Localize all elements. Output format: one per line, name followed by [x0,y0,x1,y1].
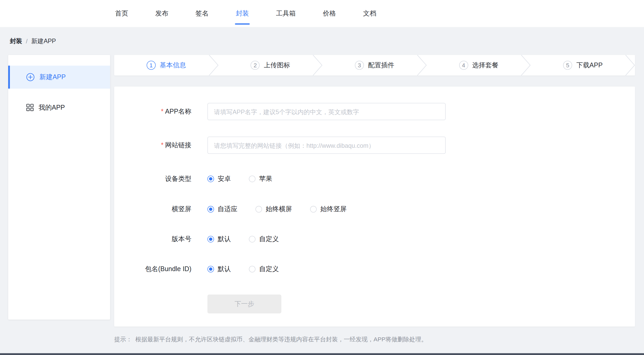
step-1-basic-info: 1 基本信息 [114,55,219,75]
breadcrumb-section[interactable]: 封装 [10,37,22,45]
radio-auto-orientation[interactable]: 自适应 [207,205,237,214]
field-label: *APP名称 [114,107,207,116]
sidebar-item-label: 新建APP [39,73,66,82]
step-label: 配置插件 [368,61,394,70]
tip-label: 提示： [114,336,132,343]
form-row-device-type: 设备类型 安卓 苹果 [114,170,635,187]
form-row-site-url: *网站链接 [114,136,635,154]
radio-checked-icon [207,266,214,272]
step-2-upload-icon: 2 上传图标 [218,55,323,75]
form-row-version: 版本号 默认 自定义 [114,231,635,248]
form-row-bundle-id: 包名(Bundle ID) 默认 自定义 [114,261,635,278]
field-label: 版本号 [114,235,207,244]
chevron-right-icon [521,55,531,75]
site-url-input[interactable] [207,136,446,154]
step-number-badge: 5 [563,61,572,70]
radio-bundle-default[interactable]: 默认 [207,265,231,273]
step-5-download-app: 5 下载APP [531,55,635,75]
step-number-badge: 2 [251,61,260,70]
radio-checked-icon [207,236,214,242]
step-number-badge: 4 [459,61,468,70]
sidebar: 新建APP 我的APP [8,55,110,320]
chevron-right-icon [313,55,322,75]
step-number-badge: 3 [355,61,364,70]
radio-ios[interactable]: 苹果 [249,175,272,183]
radio-version-custom[interactable]: 自定义 [249,235,279,244]
nav-tab-docs[interactable]: 文档 [363,0,376,27]
radio-unchecked-icon [249,176,255,182]
next-step-button[interactable]: 下一步 [207,295,281,313]
field-label: *网站链接 [114,141,207,150]
radio-unchecked-icon [310,206,317,212]
sidebar-item-label: 我的APP [39,103,65,112]
breadcrumb-current: 新建APP [31,37,56,45]
plus-circle-icon [26,73,34,81]
chevron-right-icon [625,55,635,75]
step-label: 选择套餐 [472,61,498,70]
main-panel: 1 基本信息 2 上传图标 3 配置插件 [114,55,635,343]
nav-tab-home[interactable]: 首页 [115,0,128,27]
radio-always-portrait[interactable]: 始终竖屏 [310,205,347,214]
tip-text: 根据最新平台规则，不允许区块链虚拟币、金融理财类等违规内容在平台封装，一经发现，… [135,336,427,343]
required-asterisk: * [161,108,164,115]
radio-unchecked-icon [255,206,262,212]
breadcrumb: 封装 / 新建APP [0,28,644,55]
radio-unchecked-icon [249,236,255,242]
radio-always-landscape[interactable]: 始终横屏 [255,205,292,214]
nav-tab-price[interactable]: 价格 [323,0,336,27]
content-area: 新建APP 我的APP 1 基本信息 [0,55,644,343]
radio-version-default[interactable]: 默认 [207,235,231,244]
step-wizard: 1 基本信息 2 上传图标 3 配置插件 [114,55,635,75]
app-name-input[interactable] [207,103,446,120]
step-label: 下载APP [576,61,603,70]
platform-rules-tip: 提示： 根据最新平台规则，不允许区块链虚拟币、金融理财类等违规内容在平台封装，一… [114,336,635,343]
field-label: 设备类型 [114,175,207,183]
step-3-configure-plugins: 3 配置插件 [323,55,427,75]
radio-android[interactable]: 安卓 [207,175,231,183]
form-row-orientation: 横竖屏 自适应 始终横屏 始终竖屏 [114,201,635,218]
field-label: 包名(Bundle ID) [114,265,207,273]
step-label: 基本信息 [160,61,186,70]
required-asterisk: * [161,141,164,148]
step-4-choose-plan: 4 选择套餐 [427,55,531,75]
radio-checked-icon [207,206,214,212]
chevron-right-icon [209,55,218,75]
step-number-badge: 1 [147,61,156,70]
sidebar-item-new-app[interactable]: 新建APP [8,66,110,89]
step-label: 上传图标 [264,61,290,70]
breadcrumb-separator: / [26,38,28,45]
basic-info-form: *APP名称 *网站链接 设备类型 安卓 [114,87,635,327]
nav-tab-publish[interactable]: 发布 [155,0,169,27]
radio-bundle-custom[interactable]: 自定义 [249,265,279,273]
radio-unchecked-icon [249,266,255,272]
chevron-right-icon [417,55,427,75]
nav-tab-package[interactable]: 封装 [236,0,249,27]
nav-tab-sign[interactable]: 签名 [196,0,209,27]
top-nav: 首页 发布 签名 封装 工具箱 价格 文档 [0,0,644,28]
footer-strip [0,353,644,355]
nav-tab-toolbox[interactable]: 工具箱 [276,0,296,27]
grid-icon [26,104,34,111]
radio-checked-icon [207,176,214,182]
field-label: 横竖屏 [114,205,207,214]
form-row-app-name: *APP名称 [114,103,635,120]
sidebar-item-my-app[interactable]: 我的APP [8,96,110,119]
page: 首页 发布 签名 封装 工具箱 价格 文档 封装 / 新建APP 新建APP [0,0,644,355]
